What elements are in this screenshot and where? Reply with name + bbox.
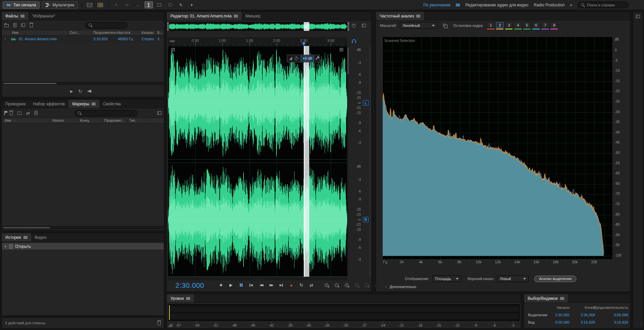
display-select[interactable]: Площадь: [432, 275, 461, 282]
overview-left-handle[interactable]: [167, 22, 169, 31]
tab-history[interactable]: История: [2, 233, 31, 241]
tab-selection-view[interactable]: Выбор/Видимое: [524, 294, 568, 302]
markers-column-header[interactable]: Имя Начало Конец Продолжит... Тип: [2, 118, 164, 123]
selection-duration-value[interactable]: 0:06.068: [593, 313, 628, 317]
zoom-selection-button[interactable]: [362, 281, 371, 289]
multitrack-view-button[interactable]: Мультитрек: [42, 1, 77, 9]
tool-spot-heal-icon[interactable]: [187, 1, 196, 8]
waveform-corner-icon-right[interactable]: [340, 48, 343, 51]
left-channel-badge[interactable]: L: [363, 100, 369, 106]
column-bit-depth[interactable]: Б...: [157, 31, 162, 35]
column-channels[interactable]: Каналы: [142, 31, 154, 35]
right-channel-badge[interactable]: R: [363, 217, 369, 222]
zoom-in-selection-button[interactable]: [342, 281, 351, 289]
panel-menu-icon[interactable]: [186, 297, 190, 300]
files-list-area[interactable]: [2, 43, 164, 81]
tab-properties[interactable]: Свойства: [99, 100, 124, 108]
hold-button-8[interactable]: 8: [550, 22, 558, 28]
zoom-out-button[interactable]: [332, 281, 341, 289]
auto-play-speaker-icon[interactable]: [88, 90, 91, 93]
export-markers-icon[interactable]: [35, 111, 38, 115]
collapsed-panel-tab-icon[interactable]: [636, 15, 640, 18]
column-start[interactable]: Начало: [52, 119, 64, 122]
vertical-scrollbar[interactable]: [347, 46, 349, 277]
panel-menu-icon[interactable]: [560, 297, 564, 300]
files-column-header[interactable]: Имя Сост... Продолжительн... Частота Кан…: [2, 30, 164, 36]
tool-paintbrush-icon[interactable]: [177, 1, 185, 8]
column-separator[interactable]: [78, 118, 78, 123]
history-item-open[interactable]: Открыть: [2, 243, 164, 250]
delete-file-icon[interactable]: [30, 24, 33, 28]
scrollbar-thumb[interactable]: [3, 227, 50, 228]
overview-right-handle[interactable]: [347, 22, 350, 31]
overview-waveform[interactable]: [168, 22, 347, 31]
hold-button-4[interactable]: 4: [514, 22, 522, 28]
volume-hud[interactable]: +0 dB: [287, 55, 320, 62]
panel-menu-icon[interactable]: [23, 236, 28, 239]
tool-lasso-selection-icon[interactable]: [166, 1, 174, 8]
skip-to-start-button[interactable]: [247, 281, 256, 289]
column-duration[interactable]: Продолжительн...: [93, 31, 121, 35]
tool-razor-icon[interactable]: [123, 1, 131, 8]
hold-button-1[interactable]: 1: [487, 22, 494, 28]
expand-chevron-icon[interactable]: [5, 37, 6, 41]
selection-start-value[interactable]: 2:30.000: [543, 313, 570, 317]
markers-horizontal-scrollbar[interactable]: [2, 226, 163, 229]
file-name[interactable]: 01. Amami Amami.m4a: [19, 37, 57, 41]
frequency-graph[interactable]: [382, 37, 613, 260]
preview-play-icon[interactable]: [70, 89, 73, 94]
merge-markers-icon[interactable]: [26, 111, 30, 116]
tool-marquee-selection-icon[interactable]: [155, 1, 164, 8]
panel-menu-icon[interactable]: [234, 14, 238, 18]
zoom-out-selection-button[interactable]: [352, 281, 361, 289]
panel-menu-icon[interactable]: [92, 102, 96, 106]
waveform-display-toggle[interactable]: [86, 1, 94, 8]
view-start-value[interactable]: 0:00.000: [543, 320, 570, 324]
media-browser-icon[interactable]: [21, 23, 25, 27]
tab-video[interactable]: Видео: [31, 233, 50, 241]
column-status[interactable]: Сост...: [70, 31, 80, 35]
hud-pin-icon[interactable]: [316, 57, 318, 60]
scrollbar-thumb[interactable]: [3, 83, 57, 84]
hold-button-3[interactable]: 3: [505, 22, 513, 28]
files-horizontal-scrollbar[interactable]: [2, 82, 163, 85]
column-name[interactable]: Имя: [12, 31, 18, 35]
range-marker-icon[interactable]: [17, 112, 21, 115]
hold-button-5[interactable]: 5: [523, 22, 531, 28]
column-type[interactable]: Тип: [129, 119, 135, 122]
panel-menu-icon[interactable]: [416, 14, 420, 18]
markers-list-area[interactable]: [2, 124, 164, 225]
overview-menu-icon[interactable]: [362, 24, 366, 27]
level-meter[interactable]: [168, 304, 520, 321]
selection-end-value[interactable]: 2:36.068: [569, 313, 595, 317]
column-end[interactable]: Конец: [80, 119, 89, 122]
top-channel-select[interactable]: Левый: [497, 275, 529, 282]
column-separator[interactable]: [102, 118, 102, 123]
tab-frequency-analysis[interactable]: Частотный анализ: [376, 12, 424, 20]
tab-editor[interactable]: Редактор: 01. Amami Amami.m4a: [167, 12, 241, 20]
column-separator[interactable]: [156, 31, 156, 35]
resize-grip-icon[interactable]: [636, 321, 644, 326]
play-button[interactable]: [226, 281, 235, 289]
skip-selection-button[interactable]: [307, 281, 316, 289]
view-end-value[interactable]: 3:16.829: [569, 320, 595, 324]
view-duration-value[interactable]: 3:16.829: [593, 320, 628, 324]
waveform-display[interactable]: [168, 46, 347, 277]
marker-list-view-icon[interactable]: [157, 111, 161, 115]
advanced-section-toggle[interactable]: Дополнительно: [385, 285, 416, 289]
column-separator[interactable]: [68, 31, 68, 35]
stop-button[interactable]: [216, 281, 225, 289]
tab-effects-rack[interactable]: Набор эффектов: [29, 100, 68, 108]
playhead-marker[interactable]: [302, 42, 305, 46]
panel-menu-icon[interactable]: [20, 14, 24, 18]
skip-to-end-button[interactable]: [277, 281, 286, 289]
workspace-menu-icon[interactable]: [456, 3, 460, 7]
workspace-default[interactable]: По умолчанию: [423, 3, 450, 7]
column-separator[interactable]: [116, 31, 116, 35]
column-duration[interactable]: Продолжит...: [104, 119, 124, 122]
analyze-selection-button[interactable]: Анализ выделения: [534, 276, 576, 282]
column-separator[interactable]: [150, 118, 150, 123]
timeline-ruler[interactable]: чмс 0:301:001:302:002:303:00: [168, 37, 347, 46]
clear-history-trash-icon[interactable]: [158, 322, 161, 325]
fast-forward-button[interactable]: [267, 281, 276, 289]
